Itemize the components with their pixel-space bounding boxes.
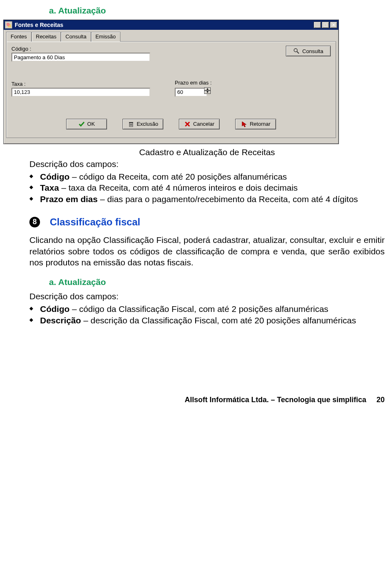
maximize-button[interactable]: □ [322,22,329,28]
input-codigo[interactable] [11,53,150,62]
input-prazo[interactable] [175,88,207,97]
svg-line-1 [297,51,299,53]
exclusao-button-label: Exclusão [137,121,158,127]
label-codigo: Código : [11,46,278,52]
tab-consulta[interactable]: Consulta [61,32,91,42]
tab-fontes[interactable]: Fontes [6,32,31,42]
app-icon [5,21,12,29]
label-taxa: Taxa : [11,81,150,87]
bullets-1: ◆Código – código da Receita, com até 20 … [29,171,385,205]
label-prazo: Prazo em dias : [175,80,212,86]
minimize-button[interactable]: _ [314,22,321,28]
heading-classificacao-fiscal: Classificação fiscal [50,216,140,228]
list-item: ◆Código – código da Receita, com até 20 … [29,171,385,183]
close-button[interactable]: × [330,22,337,28]
ok-button[interactable]: OK [66,119,107,129]
list-item: ◆Descrição – descrição da Classificação … [29,315,385,326]
x-icon [184,121,191,127]
section-number-8: 8 [29,217,40,227]
ok-button-label: OK [87,121,95,127]
desc-campos-2: Descrição dos campos: [29,291,385,302]
footer-company: Allsoft Informática Ltda. – Tecnologia q… [185,396,366,404]
check-icon [78,121,85,127]
tab-receitas[interactable]: Receitas [31,32,61,42]
tab-strip: Fontes Receitas Consulta Emissão [6,31,336,41]
desc-campos-1: Descrição dos campos: [29,159,385,169]
tab-emissao[interactable]: Emissão [91,32,120,42]
heading-atualizacao-2: a. Atualização [49,277,385,287]
svg-point-0 [294,49,297,52]
cancelar-button[interactable]: Cancelar [179,119,220,129]
footer-page: 20 [376,396,385,404]
bullets-2: ◆Código – código da Classificação Fiscal… [29,303,385,326]
list-item: ◆Prazo em dias – dias para o pagamento/r… [29,194,385,205]
titlebar: Fontes e Receitas _ □ × [4,20,339,30]
exclusao-button[interactable]: Exclusão [122,119,163,129]
figure-caption: Cadastro e Atualização de Receitas [29,147,385,157]
consulta-button[interactable]: Consulta [286,46,331,56]
retornar-button-label: Retornar [250,121,271,127]
window-title: Fontes e Receitas [15,22,314,28]
heading-atualizacao-1: a. Atualização [49,6,385,16]
magnifier-icon [293,48,300,54]
consulta-button-label: Consulta [302,48,323,54]
list-item: ◆Taxa – taxa da Receita, com até 4 númer… [29,182,385,194]
window-fontes-receitas: Fontes e Receitas _ □ × Fontes Receitas … [3,20,339,144]
tab-panel-receitas: Código : Consulta Taxa : Prazo em dias : [6,41,336,138]
paragraph-classificacao: Clicando na opção Classificação Fiscal, … [29,234,385,268]
trash-icon [128,121,134,127]
spin-down[interactable]: ▼ [204,91,211,94]
retornar-button[interactable]: Retornar [235,119,276,129]
list-item: ◆Código – código da Classificação Fiscal… [29,303,385,315]
cancelar-button-label: Cancelar [193,121,214,127]
page-footer: Allsoft Informática Ltda. – Tecnologia q… [0,396,392,404]
input-taxa[interactable] [11,88,150,97]
pointer-icon [241,121,247,127]
